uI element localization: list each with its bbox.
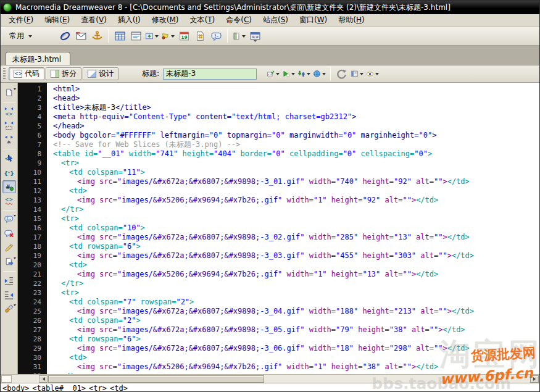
template-icon[interactable] — [231, 28, 246, 43]
toolbar-separator — [3, 102, 15, 102]
code-line: <html> — [53, 85, 539, 94]
code-view-button[interactable]: <> 代码 — [9, 67, 44, 80]
line-number: 23 — [18, 288, 41, 298]
horizontal-scrollbar[interactable] — [1, 374, 539, 383]
highlight-invalid-code-icon[interactable]: <> — [2, 194, 16, 207]
code-line: <meta http-equiv="Content-Type" content=… — [53, 112, 539, 122]
balance-braces-icon[interactable]: { } — [2, 166, 16, 179]
open-documents-icon[interactable] — [2, 86, 16, 99]
menu-item-text[interactable]: 文本(T) — [185, 14, 221, 27]
globe-icon[interactable] — [312, 67, 326, 81]
recent-snippets-icon[interactable] — [2, 256, 16, 269]
code-editor[interactable]: <html><head><title>未标题-3</title><meta ht… — [47, 83, 539, 374]
title-input[interactable] — [163, 69, 257, 80]
expand-all-icon[interactable] — [2, 133, 16, 146]
toolbar-grip[interactable] — [3, 68, 6, 80]
menu-item-edit[interactable]: 编辑(E) — [39, 14, 75, 27]
wrap-tag-icon[interactable] — [2, 241, 16, 254]
menu-item-file[interactable]: 文件(F) — [3, 14, 39, 27]
code-line: <img src="images/&#x5206;&#x9694;&#x7b26… — [53, 270, 539, 279]
insert-category-dropdown[interactable]: 常用 — [6, 29, 36, 43]
menu-item-modify[interactable]: 修改(M) — [146, 14, 185, 27]
line-number: 17 — [18, 233, 41, 242]
code-line: <img src="images/&#x672a;&#x6807;&#x9898… — [53, 307, 539, 316]
line-number: 26 — [18, 316, 41, 325]
email-link-icon[interactable] — [73, 28, 88, 43]
chevron-down-icon — [322, 73, 326, 77]
document-tab[interactable]: 未标题-3.html — [6, 52, 70, 65]
refresh-icon[interactable] — [334, 67, 349, 81]
line-number: 11 — [18, 177, 41, 186]
split-view-icon — [51, 70, 59, 78]
menu-item-help[interactable]: 帮助(H) — [333, 14, 370, 27]
design-view-button[interactable]: 设计 — [83, 67, 118, 80]
chevron-down-icon — [291, 73, 295, 77]
image-icon[interactable] — [144, 28, 159, 43]
table-icon[interactable] — [112, 28, 127, 43]
hyperlink-icon[interactable] — [57, 28, 72, 43]
code-line: <td colspan="7" rowspan="2"> — [53, 298, 539, 307]
left-arrow-icon — [41, 377, 45, 381]
tag-selector-3[interactable]: <tr> — [89, 384, 107, 392]
code-line: <td rowspan="6"> — [53, 242, 539, 251]
code-line: <img src="images/&#x672a;&#x6807;&#x9898… — [53, 325, 539, 335]
split-view-button[interactable]: 拆分 — [46, 67, 81, 80]
code-line: <img src="images/&#x672a;&#x6807;&#x9898… — [53, 177, 539, 186]
line-number: 16 — [18, 223, 41, 233]
preview-in-browser-icon[interactable] — [281, 67, 296, 81]
chevron-down-icon — [360, 73, 363, 77]
visual-aids-icon[interactable] — [365, 67, 380, 81]
menu-item-window[interactable]: 窗口(W) — [294, 14, 333, 27]
code-view-label: 代码 — [25, 69, 39, 79]
line-number: 30 — [18, 353, 41, 362]
menu-item-insert[interactable]: 插入(I) — [112, 14, 146, 27]
scroll-right-button[interactable] — [530, 375, 539, 383]
named-anchor-icon[interactable] — [89, 28, 104, 43]
scrollbar-thumb[interactable] — [48, 375, 264, 383]
tag-selector-1[interactable]: <body> — [2, 384, 29, 392]
svg-text:!..: !.. — [6, 216, 11, 221]
toolbar-separator — [3, 149, 15, 149]
apply-comment-icon[interactable]: !.. — [2, 213, 16, 226]
code-line: <!-- Save for Web Slices (未标题-3.png) --> — [53, 140, 539, 149]
code-line: </tr> — [53, 279, 539, 288]
media-icon[interactable] — [160, 28, 175, 43]
toolbar-separator — [227, 29, 228, 43]
toolbar-separator — [3, 210, 15, 211]
format-source-code-icon[interactable] — [2, 302, 16, 315]
outdent-code-icon[interactable] — [2, 288, 16, 301]
server-side-include-icon[interactable] — [193, 28, 207, 43]
line-numbers-icon[interactable]: # — [2, 180, 16, 193]
collapse-full-tag-icon[interactable]: <> — [2, 105, 16, 118]
tag-selector-4[interactable]: <td> — [110, 384, 128, 392]
collapse-selection-icon[interactable] — [2, 119, 16, 132]
menu-item-site[interactable]: 站点(S) — [257, 14, 294, 27]
remove-comment-icon[interactable] — [2, 227, 16, 240]
date-icon[interactable]: 19 — [177, 28, 191, 43]
code-line: <td colspan="2"> — [53, 316, 539, 325]
menu-item-view[interactable]: 查看(V) — [75, 14, 112, 27]
line-number: 15 — [18, 214, 41, 223]
insert-div-icon[interactable] — [128, 28, 143, 43]
tag-selector-2[interactable]: <table#__01> — [32, 384, 86, 392]
line-number: 14 — [18, 205, 41, 214]
split-view-label: 拆分 — [62, 69, 77, 79]
menu-item-commands[interactable]: 命令(C) — [220, 14, 257, 27]
scroll-left-button[interactable] — [39, 375, 48, 383]
browser-check-icon[interactable]: <> — [266, 67, 280, 81]
tag-chooser-icon[interactable]: <> — [247, 28, 262, 43]
view-options-icon[interactable] — [350, 67, 364, 81]
chevron-down-icon — [242, 35, 246, 40]
line-number: 27 — [18, 325, 41, 335]
line-number: 10 — [18, 168, 41, 177]
comment-icon[interactable]: !- — [209, 28, 223, 43]
file-management-icon[interactable] — [297, 67, 311, 81]
indent-code-icon[interactable] — [2, 274, 16, 287]
line-number-gutter: 1234567891011121314151617181920212223242… — [18, 83, 47, 374]
document-tab-bar: 未标题-3.html — [1, 46, 539, 65]
code-line: <td> — [53, 261, 539, 270]
code-view-icon: <> — [14, 70, 22, 78]
select-parent-tag-icon[interactable]: < — [2, 152, 16, 165]
code-line: <td colspan="11"> — [53, 168, 539, 177]
line-number: 29 — [18, 344, 41, 353]
